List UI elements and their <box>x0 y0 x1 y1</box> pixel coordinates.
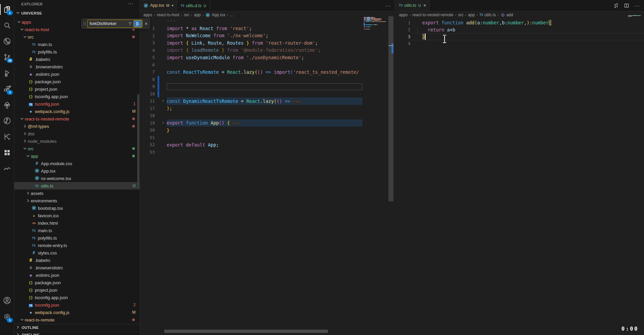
activity-source-control-icon[interactable]: 38 <box>0 50 14 65</box>
workspace-section-header[interactable]: UNIVERSE <box>16 9 141 17</box>
tree-file--browserslistrc[interactable]: ≡.browserslistrc <box>14 63 140 70</box>
tree-folder-src[interactable]: src <box>14 145 140 152</box>
right-tab-utils-ts[interactable]: TSutils.tsU× <box>396 0 430 11</box>
code-line-4[interactable]: 4 <box>396 40 644 47</box>
outline-section-header[interactable]: OUTLINE <box>14 324 140 331</box>
close-icon[interactable]: × <box>423 3 426 8</box>
activity-settings-icon[interactable]: 1 <box>0 309 14 324</box>
tree-folder-assets[interactable]: assets <box>14 189 140 197</box>
tree-file--babelrc[interactable]: B.babelrc <box>14 55 140 63</box>
tree-folder-react-ts-nested-remote[interactable]: react-ts-nested-remote <box>14 115 140 122</box>
code-line-5[interactable]: 5import useDynamicModule from './useDyna… <box>140 54 394 61</box>
activity-nx-wave-icon[interactable] <box>0 161 14 176</box>
breadcrumb-item[interactable]: react-ts-nested-remote <box>412 13 453 17</box>
horizontal-scrollbar[interactable] <box>164 330 328 333</box>
split-editor-button[interactable] <box>624 3 629 8</box>
code-line-10[interactable]: 10 <box>140 90 394 98</box>
activity-remote-icon[interactable] <box>0 34 14 49</box>
code-line[interactable]: ··· <box>140 18 394 25</box>
activity-testing-tree-icon[interactable] <box>0 97 14 112</box>
code-line-19[interactable]: 19export function App() {··· <box>140 119 394 127</box>
code-line-7[interactable]: 7const ReactTsRemote = React.lazy(() => … <box>140 68 394 76</box>
tree-folder-node-modules[interactable]: node_modules <box>14 137 140 145</box>
code-line-53[interactable]: 53 <box>140 149 394 156</box>
tree-file-tsconfig-json[interactable]: TStsconfig.json2 <box>14 301 140 309</box>
breadcrumb-item[interactable]: add <box>501 13 513 17</box>
code-line-9[interactable]: 9 <box>140 83 394 90</box>
tree-file-bootstrap-tsx[interactable]: bootstrap.tsx <box>14 204 140 212</box>
tree-file-tsconfig-app-json[interactable]: {}tsconfig.app.json <box>14 294 140 301</box>
code-line-3[interactable]: 3import { Link, Route, Routes } from 're… <box>140 39 394 47</box>
code-line-18[interactable]: 18 <box>140 112 394 119</box>
dirty-dot-icon[interactable]: ● <box>172 4 173 7</box>
activity-extensions-icon[interactable]: 3 <box>0 82 14 96</box>
minimap[interactable] <box>364 16 388 60</box>
tree-file-project-json[interactable]: {}project.json <box>14 286 140 294</box>
code-line-2[interactable]: 2 return a+b <box>396 26 644 34</box>
tree-file-webpack-config-js[interactable]: ◈webpack.config.jsM <box>14 108 140 115</box>
sidebar-more-actions-button[interactable]: ··· <box>128 1 134 6</box>
activity-run-debug-icon[interactable] <box>0 66 14 81</box>
tree-file-tsconfig-app-json[interactable]: {}tsconfig.app.json <box>14 93 140 100</box>
activity-explorer-icon[interactable]: 1 <box>0 2 14 17</box>
breadcrumb-item[interactable]: TSutils.ts <box>479 13 496 17</box>
tree-file-package-json[interactable]: {}package.json <box>14 78 140 85</box>
compare-changes-button[interactable] <box>613 3 619 8</box>
fold-ellipsis[interactable]: ··· <box>231 121 241 126</box>
breadcrumb-item[interactable]: App.tsx <box>205 13 225 18</box>
tree-file-main-ts[interactable]: TSmain.ts <box>14 41 140 48</box>
breadcrumb-item[interactable]: react-ts-host <box>157 13 180 17</box>
tree-folder-app[interactable]: app <box>14 152 140 160</box>
code-editor-left[interactable]: ···1import * as React from 'react';2impo… <box>140 18 394 156</box>
activity-account-icon[interactable] <box>0 293 14 308</box>
code-line-1[interactable]: 1import * as React from 'react'; <box>140 25 394 32</box>
fold-chevron-icon[interactable] <box>159 99 167 103</box>
code-line-50[interactable]: 50} <box>140 127 394 134</box>
filter-icon[interactable] <box>128 21 133 26</box>
minimap[interactable] <box>628 15 642 22</box>
more-actions-button[interactable]: ··· <box>385 3 391 8</box>
breadcrumb-item[interactable]: src <box>184 13 189 17</box>
tree-file-nx-welcome-tsx[interactable]: nx-welcome.tsx <box>14 175 140 182</box>
close-icon[interactable]: × <box>143 21 149 26</box>
breadcrumb-item[interactable]: apps <box>143 13 152 17</box>
code-line-2[interactable]: 2import NxWelcome from './nx-welcome'; <box>140 32 394 40</box>
tree-file-index-html[interactable]: <>index.html <box>14 219 140 227</box>
drag-grip-icon[interactable] <box>83 21 87 26</box>
tree-file-polyfills-ts[interactable]: TSpolyfills.ts <box>14 234 140 242</box>
activity-kubernetes-icon[interactable] <box>0 129 14 144</box>
breadcrumb-item[interactable]: app <box>194 13 201 17</box>
tree-file-utils-ts[interactable]: TSutils.tsU <box>14 182 140 189</box>
left-tab-utils-d-ts[interactable]: TSutils.d.tsU <box>177 0 210 11</box>
fuzzy-match-toggle[interactable] <box>134 20 142 27</box>
code-line-8[interactable]: 8 <box>140 76 394 83</box>
tree-file-package-json[interactable]: {}package.json <box>14 279 140 286</box>
tree-file--babelrc[interactable]: B.babelrc <box>14 256 140 264</box>
fold-chevron-icon[interactable] <box>159 121 167 125</box>
breadcrumb-item[interactable]: src <box>458 13 463 17</box>
tree-file--browserslistrc[interactable]: ≡.browserslistrc <box>14 264 140 271</box>
tree-file-app-tsx[interactable]: App.tsx <box>14 167 140 175</box>
tree-folder-dist[interactable]: dist <box>14 130 140 137</box>
tree-file-app-module-css[interactable]: #App.module.css <box>14 160 140 167</box>
code-line-6[interactable]: 6 <box>140 61 394 69</box>
breadcrumb-item[interactable]: apps <box>399 13 408 17</box>
tree-find-input[interactable]: forkDtsWorker <box>87 20 143 28</box>
code-line-52[interactable]: 52export default App; <box>140 141 394 149</box>
code-line-51[interactable]: 51 <box>140 134 394 141</box>
fold-ellipsis[interactable]: ··· <box>292 99 302 104</box>
code-editor-right[interactable]: 1export function add(a:number,b:number,)… <box>396 19 644 47</box>
tree-file-main-ts[interactable]: TSmain.ts <box>14 227 140 234</box>
tree-folder-environments[interactable]: environments <box>14 197 140 204</box>
more-actions-button[interactable]: ··· <box>634 3 640 8</box>
tree-file-project-json[interactable]: {}project.json <box>14 85 140 93</box>
tree-folder-src[interactable]: src <box>14 33 140 41</box>
code-line-17[interactable]: 17); <box>140 105 394 112</box>
activity-grid-icon[interactable] <box>0 145 14 160</box>
breadcrumb-item[interactable]: app <box>468 13 475 17</box>
left-tab-app-tsx[interactable]: App.tsxM● <box>140 0 177 11</box>
tree-file-webpack-config-js[interactable]: ◈webpack.config.jsM <box>14 309 140 316</box>
tree-file--eslintrc-json[interactable]: ◉.eslintrc.json <box>14 70 140 78</box>
tree-folder--mf-types[interactable]: @mf-types <box>14 122 140 130</box>
tree-file-favicon-ico[interactable]: ★favicon.ico <box>14 212 140 219</box>
